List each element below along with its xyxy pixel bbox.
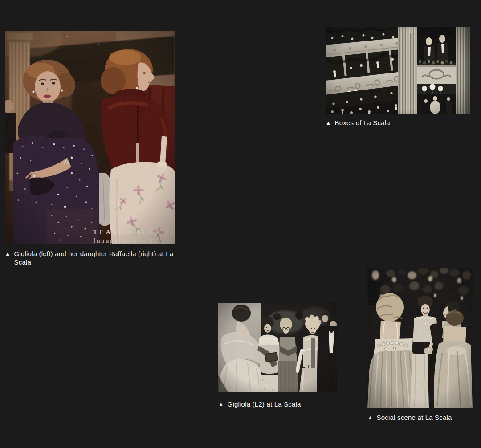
figure-gigliola-l2: ▲ Gigliola (L2) at La Scala xyxy=(218,303,337,409)
photo-caption: ▲ Gigliola (L2) at La Scala xyxy=(218,400,337,409)
triangle-marker-icon: ▲ xyxy=(218,401,224,408)
photo-caption: ▲ Gigliola (left) and her daughter Raffa… xyxy=(5,250,175,267)
photo-caption: ▲ Social scene at La Scala xyxy=(367,414,473,422)
caption-text: Boxes of La Scala xyxy=(335,119,390,127)
figure-social-scene: ▲ Social scene at La Scala xyxy=(367,268,473,422)
photo-boxes-la-scala xyxy=(326,27,470,114)
photo-social-scene xyxy=(367,268,473,408)
triangle-marker-icon: ▲ xyxy=(326,120,331,127)
caption-text: Social scene at La Scala xyxy=(377,414,452,422)
gallery-page: TEATRO ALLA SC Inaugurazione Stagio ▲ Gi… xyxy=(0,0,481,448)
photo-caption: ▲ Boxes of La Scala xyxy=(326,119,470,127)
triangle-marker-icon: ▲ xyxy=(5,251,11,258)
triangle-marker-icon: ▲ xyxy=(367,415,373,422)
photo-gigliola-raffaella: TEATRO ALLA SC Inaugurazione Stagio xyxy=(5,31,175,244)
figure-gigliola-raffaella: TEATRO ALLA SC Inaugurazione Stagio ▲ Gi… xyxy=(5,31,175,267)
caption-text: Gigliola (L2) at La Scala xyxy=(228,400,301,409)
photo-gigliola-l2 xyxy=(218,303,337,392)
figure-boxes-la-scala: ▲ Boxes of La Scala xyxy=(326,27,470,127)
caption-text: Gigliola (left) and her daughter Raffael… xyxy=(14,250,175,267)
